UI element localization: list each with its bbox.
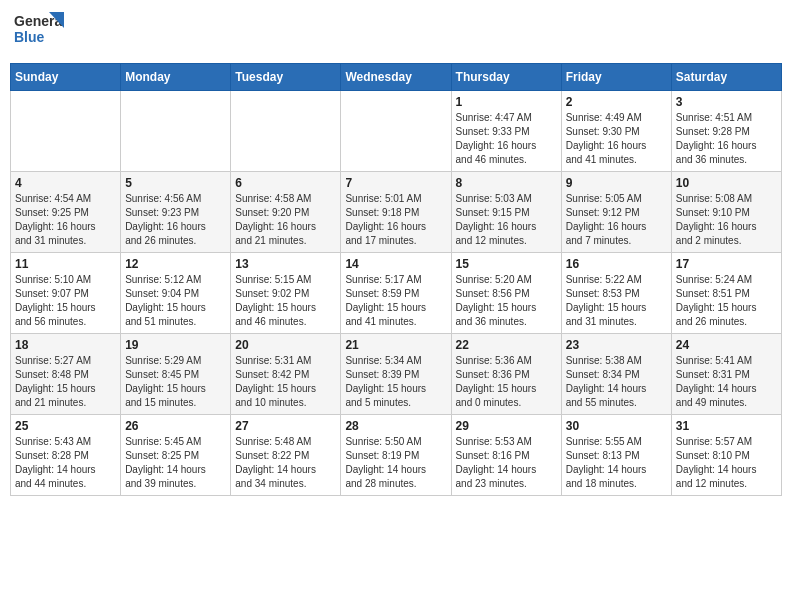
day-info-line: Sunset: 9:15 PM: [456, 206, 557, 220]
day-info-line: Sunset: 9:20 PM: [235, 206, 336, 220]
calendar-cell: 29Sunrise: 5:53 AMSunset: 8:16 PMDayligh…: [451, 415, 561, 496]
day-number: 3: [676, 95, 777, 109]
calendar-cell: 3Sunrise: 4:51 AMSunset: 9:28 PMDaylight…: [671, 91, 781, 172]
day-info-line: Daylight: 15 hours: [676, 301, 777, 315]
day-info-line: Sunset: 8:48 PM: [15, 368, 116, 382]
day-number: 23: [566, 338, 667, 352]
day-info-line: Sunrise: 5:15 AM: [235, 273, 336, 287]
day-number: 2: [566, 95, 667, 109]
day-info-line: Daylight: 15 hours: [456, 382, 557, 396]
day-info-line: Sunset: 9:18 PM: [345, 206, 446, 220]
day-info-line: Daylight: 15 hours: [125, 382, 226, 396]
day-number: 11: [15, 257, 116, 271]
day-info-line: Sunset: 8:31 PM: [676, 368, 777, 382]
calendar-cell: 26Sunrise: 5:45 AMSunset: 8:25 PMDayligh…: [121, 415, 231, 496]
day-info-line: Daylight: 14 hours: [676, 463, 777, 477]
day-info-line: Sunset: 8:39 PM: [345, 368, 446, 382]
week-row-5: 25Sunrise: 5:43 AMSunset: 8:28 PMDayligh…: [11, 415, 782, 496]
day-info-line: Sunset: 8:56 PM: [456, 287, 557, 301]
day-info-line: and 26 minutes.: [676, 315, 777, 329]
logo-svg: GeneralBlue: [14, 10, 64, 55]
day-info-line: Sunrise: 5:03 AM: [456, 192, 557, 206]
header-day-tuesday: Tuesday: [231, 64, 341, 91]
day-number: 13: [235, 257, 336, 271]
calendar-cell: 17Sunrise: 5:24 AMSunset: 8:51 PMDayligh…: [671, 253, 781, 334]
day-info-line: Sunrise: 5:17 AM: [345, 273, 446, 287]
day-number: 26: [125, 419, 226, 433]
calendar-cell: 22Sunrise: 5:36 AMSunset: 8:36 PMDayligh…: [451, 334, 561, 415]
day-info-line: and 39 minutes.: [125, 477, 226, 491]
day-number: 1: [456, 95, 557, 109]
calendar-cell: 9Sunrise: 5:05 AMSunset: 9:12 PMDaylight…: [561, 172, 671, 253]
day-info-line: Sunrise: 4:51 AM: [676, 111, 777, 125]
day-info-line: and 31 minutes.: [15, 234, 116, 248]
header-day-sunday: Sunday: [11, 64, 121, 91]
day-info-line: Sunrise: 5:43 AM: [15, 435, 116, 449]
day-info-line: and 55 minutes.: [566, 396, 667, 410]
day-number: 25: [15, 419, 116, 433]
day-info-line: Daylight: 16 hours: [676, 139, 777, 153]
day-info-line: Daylight: 15 hours: [15, 301, 116, 315]
day-number: 6: [235, 176, 336, 190]
day-info-line: Sunrise: 5:31 AM: [235, 354, 336, 368]
day-number: 10: [676, 176, 777, 190]
calendar-cell: 11Sunrise: 5:10 AMSunset: 9:07 PMDayligh…: [11, 253, 121, 334]
day-info-line: and 44 minutes.: [15, 477, 116, 491]
day-number: 27: [235, 419, 336, 433]
day-info-line: Sunset: 9:30 PM: [566, 125, 667, 139]
day-info-line: and 41 minutes.: [345, 315, 446, 329]
day-number: 4: [15, 176, 116, 190]
day-info-line: and 28 minutes.: [345, 477, 446, 491]
day-info-line: and 49 minutes.: [676, 396, 777, 410]
day-number: 7: [345, 176, 446, 190]
calendar-cell: 25Sunrise: 5:43 AMSunset: 8:28 PMDayligh…: [11, 415, 121, 496]
day-number: 14: [345, 257, 446, 271]
calendar-cell: [341, 91, 451, 172]
day-info-line: and 51 minutes.: [125, 315, 226, 329]
day-number: 16: [566, 257, 667, 271]
day-number: 20: [235, 338, 336, 352]
day-number: 17: [676, 257, 777, 271]
day-info-line: Sunrise: 5:22 AM: [566, 273, 667, 287]
day-info-line: Daylight: 14 hours: [345, 463, 446, 477]
calendar-cell: 15Sunrise: 5:20 AMSunset: 8:56 PMDayligh…: [451, 253, 561, 334]
day-info-line: and 46 minutes.: [456, 153, 557, 167]
day-info-line: Sunset: 8:28 PM: [15, 449, 116, 463]
day-number: 29: [456, 419, 557, 433]
day-info-line: Sunset: 9:04 PM: [125, 287, 226, 301]
day-info-line: Sunrise: 5:01 AM: [345, 192, 446, 206]
day-info-line: Sunrise: 4:58 AM: [235, 192, 336, 206]
calendar-cell: [11, 91, 121, 172]
page-header: GeneralBlue: [10, 10, 782, 55]
day-info-line: Sunrise: 4:47 AM: [456, 111, 557, 125]
calendar-cell: 7Sunrise: 5:01 AMSunset: 9:18 PMDaylight…: [341, 172, 451, 253]
day-info-line: Sunrise: 5:36 AM: [456, 354, 557, 368]
calendar-header: SundayMondayTuesdayWednesdayThursdayFrid…: [11, 64, 782, 91]
day-info-line: Sunrise: 4:49 AM: [566, 111, 667, 125]
week-row-3: 11Sunrise: 5:10 AMSunset: 9:07 PMDayligh…: [11, 253, 782, 334]
day-info-line: Sunset: 9:02 PM: [235, 287, 336, 301]
day-info-line: Sunset: 9:28 PM: [676, 125, 777, 139]
day-info-line: Daylight: 14 hours: [456, 463, 557, 477]
svg-text:Blue: Blue: [14, 29, 45, 45]
day-info-line: and 5 minutes.: [345, 396, 446, 410]
day-info-line: and 56 minutes.: [15, 315, 116, 329]
day-info-line: and 34 minutes.: [235, 477, 336, 491]
calendar-cell: 1Sunrise: 4:47 AMSunset: 9:33 PMDaylight…: [451, 91, 561, 172]
day-info-line: and 21 minutes.: [235, 234, 336, 248]
calendar-cell: 27Sunrise: 5:48 AMSunset: 8:22 PMDayligh…: [231, 415, 341, 496]
calendar-cell: 19Sunrise: 5:29 AMSunset: 8:45 PMDayligh…: [121, 334, 231, 415]
week-row-4: 18Sunrise: 5:27 AMSunset: 8:48 PMDayligh…: [11, 334, 782, 415]
day-info-line: Sunrise: 5:05 AM: [566, 192, 667, 206]
calendar-cell: 5Sunrise: 4:56 AMSunset: 9:23 PMDaylight…: [121, 172, 231, 253]
day-info-line: and 23 minutes.: [456, 477, 557, 491]
day-info-line: Sunset: 9:12 PM: [566, 206, 667, 220]
day-info-line: and 36 minutes.: [456, 315, 557, 329]
calendar-cell: 28Sunrise: 5:50 AMSunset: 8:19 PMDayligh…: [341, 415, 451, 496]
day-info-line: Daylight: 15 hours: [345, 382, 446, 396]
day-info-line: Sunrise: 5:41 AM: [676, 354, 777, 368]
day-number: 24: [676, 338, 777, 352]
calendar-cell: 13Sunrise: 5:15 AMSunset: 9:02 PMDayligh…: [231, 253, 341, 334]
day-info-line: Daylight: 14 hours: [125, 463, 226, 477]
day-number: 8: [456, 176, 557, 190]
